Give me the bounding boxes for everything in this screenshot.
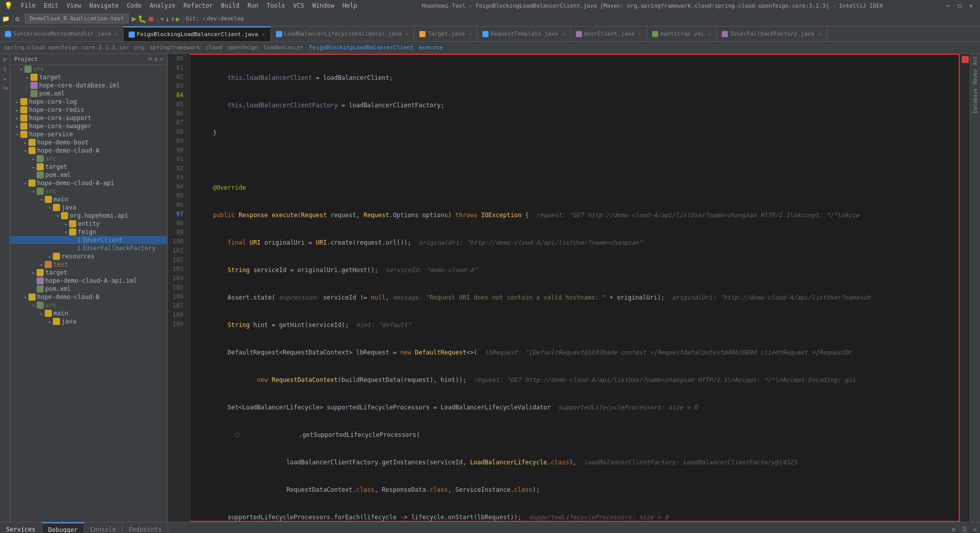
- menu-tools[interactable]: Tools: [263, 2, 289, 9]
- project-panel: Project ⟳ ⚙ ✕ ▾ src ▸ target hope: [10, 54, 168, 522]
- services-panel-label[interactable]: Services: [0, 522, 42, 533]
- menu-run[interactable]: Run: [243, 2, 263, 9]
- tree-item-resources[interactable]: ▸ resources: [10, 252, 167, 260]
- tree-item-main-api[interactable]: ▾ main: [10, 195, 167, 203]
- tree-item-pom-1[interactable]: pom.xml: [10, 90, 167, 98]
- menu-help[interactable]: Help: [339, 2, 361, 9]
- code-line-94: loadBalancerClientFactory.getInstances(s…: [194, 458, 955, 467]
- editor-right-sidebar: [960, 54, 970, 522]
- minimize-button[interactable]: ─: [943, 3, 953, 9]
- tree-item-hope-core-support[interactable]: ▸ hope-core-support: [10, 114, 167, 122]
- bottom-gear-icon[interactable]: ☰: [959, 522, 970, 533]
- editor-tab-bar: SynchronousMethodHandler.java ✕ FeignBlo…: [0, 26, 980, 42]
- git-branch[interactable]: dev:develop: [207, 15, 244, 22]
- tree-item-main-b[interactable]: ▸ main: [10, 309, 167, 317]
- menu-vcs[interactable]: VCS: [289, 2, 309, 9]
- structure-sidebar-icon[interactable]: S: [1, 65, 9, 73]
- resume-button[interactable]: ▶: [176, 15, 180, 23]
- tree-item-hope-core-log[interactable]: ▸ hope-core-log: [10, 98, 167, 106]
- tree-item-hope-core-redis[interactable]: ▸ hope-core-redis: [10, 106, 167, 114]
- tab-endpoints[interactable]: Endpoints: [122, 522, 168, 533]
- tab-request-template[interactable]: RequestTemplate.java ✕: [477, 26, 570, 41]
- tab-user-fallback-factory[interactable]: IUserFallbackFactory.java ✕: [717, 26, 827, 41]
- code-line-84: @Override: [194, 183, 955, 192]
- tree-item-pom-a[interactable]: pom.xml: [10, 171, 167, 179]
- tree-item-java-api[interactable]: ▾ java: [10, 203, 167, 212]
- menu-refactor[interactable]: Refactor: [179, 2, 217, 9]
- code-line-90: DefaultRequest<RequestDataContext> lbReq…: [194, 348, 955, 357]
- menu-window[interactable]: Window: [308, 2, 338, 9]
- maximize-button[interactable]: □: [955, 3, 965, 9]
- breadcrumb: spring-cloud-openfeign-core-3.1.3.jar › …: [0, 42, 980, 54]
- tree-item-hope-core-swagger[interactable]: ▸ hope-core-swagger: [10, 122, 167, 130]
- tree-item-target-1[interactable]: ▸ target: [10, 73, 167, 81]
- code-line-96: supportedLifecycleProcessors.forEach(lif…: [194, 513, 955, 522]
- tab-user-client[interactable]: UserClient.java ✕: [571, 26, 647, 41]
- tree-item-hope-service[interactable]: ▾ hope-service: [10, 130, 167, 138]
- tree-item-java-b[interactable]: ▸ java: [10, 317, 167, 325]
- tab-debugger[interactable]: Debugger: [42, 522, 84, 533]
- debug-button[interactable]: 🐛: [138, 15, 146, 23]
- run-config-selector[interactable]: DemoCloud_B_Application-test: [25, 14, 128, 23]
- tree-item-target-a[interactable]: ▸ target: [10, 163, 167, 171]
- project-gear-icon[interactable]: ⚙: [155, 56, 158, 63]
- tree-item-src-a[interactable]: ▸ src: [10, 155, 167, 163]
- step-out-button[interactable]: ↑: [170, 15, 174, 23]
- run-button[interactable]: ▶: [132, 14, 137, 23]
- tree-item-hope-demo-cloud-a-api-iml[interactable]: hope-demo-cloud-A-api.iml: [10, 277, 167, 285]
- menu-analyze[interactable]: Analyze: [145, 2, 179, 9]
- bottom-settings-icon[interactable]: ⚙: [949, 522, 959, 533]
- left-sidebar-icons: P S ★ 🐜: [0, 54, 10, 522]
- tree-item-entity[interactable]: ▸ entity: [10, 220, 167, 228]
- database-tab[interactable]: Database: [972, 88, 978, 113]
- menu-view[interactable]: View: [63, 2, 85, 9]
- ant-sidebar-icon[interactable]: 🐜: [1, 83, 9, 92]
- tree-item-feign[interactable]: ▾ feign: [10, 228, 167, 236]
- close-button[interactable]: ✕: [966, 3, 976, 9]
- tab-target[interactable]: Target.java ✕: [414, 26, 477, 41]
- line-numbers: 80 81 82 83 84 85 86 87 88 89 90 91 92 9…: [168, 54, 190, 522]
- code-container[interactable]: 80 81 82 83 84 85 86 87 88 89 90 91 92 9…: [168, 54, 970, 522]
- tree-item-iuser-fallback-factory[interactable]: I IUserFallbackFactory: [10, 244, 167, 252]
- tab-feign-blocking-load-balancer-client[interactable]: FeignBlockingLoadBalancerClient.java ✕: [124, 26, 270, 41]
- tab-bootstrap-yml[interactable]: bootstrap.yml ✕: [647, 26, 717, 41]
- settings-icon[interactable]: ⚙: [15, 15, 19, 23]
- code-line-85: public Response execute(Request request,…: [194, 211, 955, 220]
- error-marker-icon: [962, 56, 969, 63]
- favorites-sidebar-icon[interactable]: ★: [1, 74, 9, 82]
- project-sidebar-icon[interactable]: P: [1, 56, 9, 64]
- menu-code[interactable]: Code: [123, 2, 146, 9]
- tree-item-hope-demo-boot[interactable]: ▸ hope-demo-boot: [10, 138, 167, 146]
- tree-item-hope-demo-cloud-a-api[interactable]: ▾ hope-demo-cloud-A-api: [10, 179, 167, 187]
- menu-edit[interactable]: Edit: [40, 2, 63, 9]
- ant-tab[interactable]: Ant: [972, 56, 978, 65]
- tab-console[interactable]: Console: [84, 522, 123, 533]
- tree-item-iuser-client[interactable]: I IUserClient: [10, 236, 167, 244]
- tree-item-hope-core-database-iml[interactable]: hope-core-database.iml: [10, 81, 167, 90]
- step-over-button[interactable]: ↷: [160, 15, 164, 23]
- menu-build[interactable]: Build: [217, 2, 243, 9]
- tree-item-hope-demo-cloud-a[interactable]: ▾ hope-demo-cloud-A: [10, 146, 167, 155]
- code-content[interactable]: this.loadBalancerClient = loadBalancerCl…: [190, 54, 960, 522]
- tree-item-hope-demo-cloud-b[interactable]: ▾ hope-demo-cloud-B: [10, 293, 167, 301]
- tab-load-balancer-lifecycle-validator[interactable]: LoadBalancerLifecycleValidator.java ✕: [271, 26, 415, 41]
- menu-navigate[interactable]: Navigate: [85, 2, 123, 9]
- step-into-button[interactable]: ↓: [165, 15, 169, 23]
- project-title: Project: [14, 56, 38, 63]
- project-sync-icon[interactable]: ⟳: [148, 56, 152, 63]
- tree-item-target-api[interactable]: ▸ target: [10, 269, 167, 277]
- project-close-icon[interactable]: ✕: [160, 56, 163, 63]
- right-vertical-tabs: Ant Maven Database: [970, 54, 980, 522]
- menu-file[interactable]: File: [17, 2, 40, 9]
- tree-item-pom-api[interactable]: pom.xml: [10, 285, 167, 293]
- tree-item-src-api[interactable]: ▾ src: [10, 187, 167, 195]
- tab-synchronous-method-handler[interactable]: SynchronousMethodHandler.java ✕: [0, 26, 124, 41]
- tree-item-src[interactable]: ▾ src: [10, 65, 167, 73]
- tree-item-test[interactable]: ▸ test: [10, 260, 167, 269]
- tree-item-org-hopehomi-api[interactable]: ▾ org.hopehomi.api: [10, 212, 167, 220]
- bottom-close-icon[interactable]: ✕: [970, 522, 980, 533]
- stop-button[interactable]: ⏹: [147, 15, 155, 23]
- maven-tab[interactable]: Maven: [972, 69, 978, 84]
- tree-item-src-b[interactable]: ▾ src: [10, 301, 167, 309]
- code-line-88: Assert.state( expression: serviceId != n…: [194, 293, 955, 302]
